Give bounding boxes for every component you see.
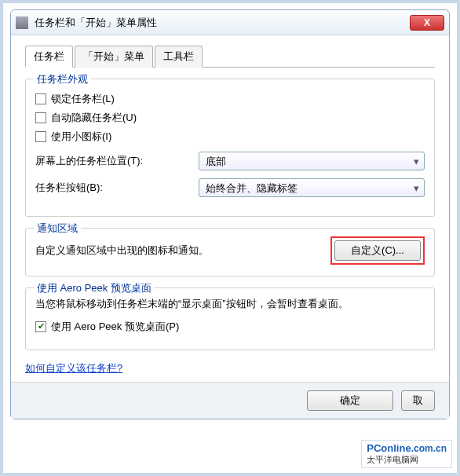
checkbox-icon[interactable] (35, 131, 46, 142)
tab-taskbar[interactable]: 任务栏 (25, 46, 73, 68)
client-area: 任务栏 「开始」菜单 工具栏 任务栏外观 锁定任务栏(L) 自动隐藏任务栏(U)… (11, 35, 449, 382)
group-appearance: 任务栏外观 锁定任务栏(L) 自动隐藏任务栏(U) 使用小图标(I) 屏幕上的任… (25, 79, 435, 217)
checkbox-icon[interactable] (35, 93, 46, 104)
checkbox-small-icons[interactable]: 使用小图标(I) (35, 130, 425, 144)
close-button[interactable]: X (410, 15, 444, 31)
checkbox-lock-taskbar[interactable]: 锁定任务栏(L) (35, 92, 425, 106)
dialog: 任务栏和「开始」菜单属性 X 任务栏 「开始」菜单 工具栏 任务栏外观 锁定任务… (10, 9, 450, 419)
watermark-brand: PConline (367, 442, 411, 454)
combo-taskbar-position[interactable]: 底部 (199, 152, 425, 170)
button-label: 取 (413, 394, 423, 406)
combo-value: 始终合并、隐藏标签 (206, 182, 298, 194)
notification-text: 自定义通知区域中出现的图标和通知。 (35, 243, 323, 258)
help-link[interactable]: 如何自定义该任务栏? (25, 361, 122, 375)
row-taskbar-position: 屏幕上的任务栏位置(T): 底部 (35, 152, 425, 170)
window-title: 任务栏和「开始」菜单属性 (35, 16, 410, 30)
button-label: 确定 (340, 394, 360, 406)
checkbox-label: 自动隐藏任务栏(U) (51, 111, 137, 125)
group-notification: 通知区域 自定义通知区域中出现的图标和通知。 自定义(C)... (25, 228, 435, 276)
dialog-button-row: 确定 取 (11, 382, 449, 419)
group-legend: 任务栏外观 (34, 72, 91, 86)
checkbox-autohide[interactable]: 自动隐藏任务栏(U) (35, 111, 425, 125)
watermark-domain: .com.cn (411, 443, 447, 454)
button-label: 自定义(C)... (351, 244, 404, 256)
tabstrip: 任务栏 「开始」菜单 工具栏 (25, 45, 435, 68)
checkbox-aero-peek[interactable]: 使用 Aero Peek 预览桌面(P) (35, 320, 425, 334)
aero-description: 当您将鼠标移动到任务栏末端的“显示桌面”按钮时，会暂时查看桌面。 (35, 296, 425, 312)
group-legend: 通知区域 (34, 222, 81, 236)
combo-value: 底部 (206, 156, 226, 167)
row-taskbar-buttons: 任务栏按钮(B): 始终合并、隐藏标签 (35, 178, 425, 197)
group-legend: 使用 Aero Peek 预览桌面 (34, 281, 155, 295)
checkbox-label: 使用 Aero Peek 预览桌面(P) (51, 320, 179, 334)
tab-label: 任务栏 (34, 50, 64, 62)
watermark: PConline.com.cn 太平洋电脑网 (361, 440, 452, 468)
tab-start-menu[interactable]: 「开始」菜单 (75, 46, 153, 68)
app-icon (16, 16, 28, 29)
tab-label: 「开始」菜单 (83, 50, 144, 62)
tab-toolbars[interactable]: 工具栏 (155, 46, 203, 68)
group-aero-peek: 使用 Aero Peek 预览桌面 当您将鼠标移动到任务栏末端的“显示桌面”按钮… (25, 287, 435, 350)
checkbox-icon[interactable] (35, 112, 46, 123)
titlebar: 任务栏和「开始」菜单属性 X (11, 10, 449, 35)
checkbox-label: 锁定任务栏(L) (51, 92, 115, 106)
checkbox-icon[interactable] (35, 321, 46, 332)
combo-taskbar-buttons[interactable]: 始终合并、隐藏标签 (199, 178, 425, 197)
ok-button[interactable]: 确定 (307, 390, 393, 411)
watermark-sub: 太平洋电脑网 (367, 454, 447, 466)
checkbox-label: 使用小图标(I) (51, 130, 111, 144)
field-label: 屏幕上的任务栏位置(T): (35, 154, 199, 168)
cancel-button[interactable]: 取 (401, 390, 435, 411)
tab-label: 工具栏 (163, 50, 194, 62)
customize-button[interactable]: 自定义(C)... (334, 240, 421, 261)
customize-highlight: 自定义(C)... (330, 236, 425, 265)
field-label: 任务栏按钮(B): (35, 181, 199, 195)
